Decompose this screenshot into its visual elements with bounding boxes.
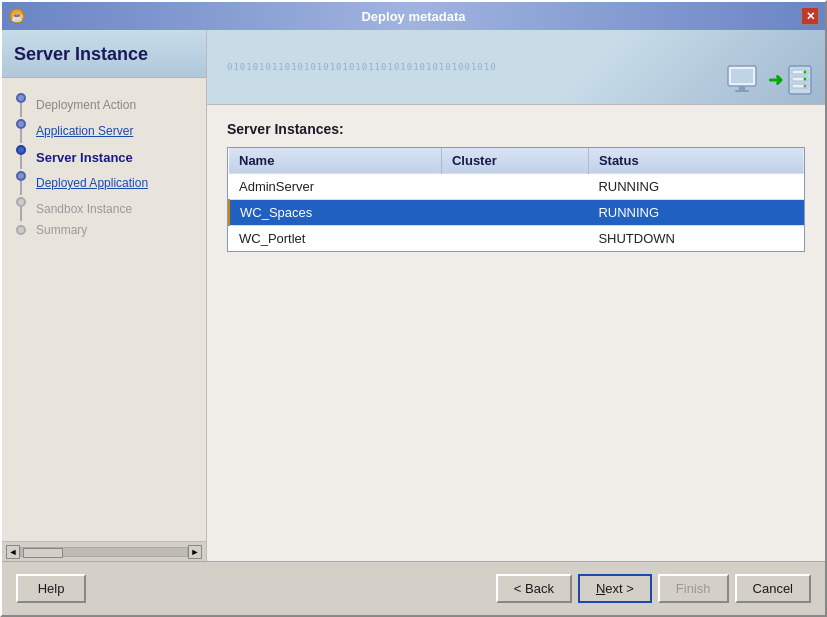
cell-status: RUNNING [588, 200, 804, 226]
table-row[interactable]: WC_Portlet SHUTDOWN [229, 226, 804, 252]
app-icon: ☕ [8, 7, 26, 25]
nav-label-sandbox-instance: Sandbox Instance [36, 202, 132, 216]
cell-status: SHUTDOWN [588, 226, 804, 252]
svg-point-12 [804, 85, 807, 88]
svg-point-11 [804, 78, 807, 81]
monitor-icon [726, 64, 764, 96]
nav-label-server-instance: Server Instance [36, 150, 133, 165]
cancel-button[interactable]: Cancel [735, 574, 811, 603]
svg-rect-5 [735, 90, 749, 92]
cell-name: WC_Portlet [229, 226, 441, 252]
header-icon-area: ➜ [726, 64, 815, 96]
finish-button: Finish [658, 574, 729, 603]
left-header: Server Instance [2, 30, 206, 78]
right-header: 0101010110101010101010110101010101010010… [207, 30, 825, 105]
nav-circle-summary [16, 225, 26, 235]
svg-text:☕: ☕ [11, 10, 24, 23]
nav-circle-application-server [16, 119, 26, 129]
scroll-left-button[interactable]: ◄ [6, 545, 20, 559]
nav-label-deployed-application[interactable]: Deployed Application [36, 176, 148, 190]
cell-cluster [441, 200, 588, 226]
left-scrollbar[interactable]: ◄ ► [2, 541, 206, 561]
nav-circle-deployment-action [16, 93, 26, 103]
nav-item-summary: Summary [2, 221, 206, 237]
nav-item-deployed-application[interactable]: Deployed Application [2, 169, 206, 195]
cell-cluster [441, 174, 588, 200]
col-header-name: Name [229, 148, 441, 174]
close-button[interactable]: ✕ [801, 7, 819, 25]
cell-name: AdminServer [229, 174, 441, 200]
scrollbar-thumb[interactable] [23, 548, 63, 558]
table-row[interactable]: WC_Spaces RUNNING [229, 200, 804, 226]
table-row[interactable]: AdminServer RUNNING [229, 174, 804, 200]
server-icon [787, 64, 815, 96]
nav-item-server-instance: Server Instance [2, 143, 206, 169]
server-instances-table: Name Cluster Status AdminServer RUNNING [228, 148, 804, 251]
nav-item-sandbox-instance: Sandbox Instance [2, 195, 206, 221]
scrollbar-track[interactable] [20, 547, 188, 557]
scroll-right-button[interactable]: ► [188, 545, 202, 559]
window-title: Deploy metadata [26, 9, 801, 24]
nav-label-deployment-action: Deployment Action [36, 98, 136, 112]
footer: Help < Back Next > Finish Cancel [2, 561, 825, 615]
help-button[interactable]: Help [16, 574, 86, 603]
nav-label-summary: Summary [36, 223, 87, 237]
binary-decoration: 0101010110101010101010110101010101010010… [227, 62, 497, 72]
cell-name: WC_Spaces [229, 200, 441, 226]
right-panel: 0101010110101010101010110101010101010010… [207, 30, 825, 561]
deploy-arrow-icon: ➜ [768, 69, 783, 91]
table-container: Name Cluster Status AdminServer RUNNING [227, 147, 805, 252]
svg-rect-3 [731, 69, 753, 83]
next-label: Next > [596, 581, 634, 596]
footer-right: < Back Next > Finish Cancel [496, 574, 811, 603]
table-body: AdminServer RUNNING WC_Spaces RUNNING WC… [229, 174, 804, 252]
nav-item-deployment-action: Deployment Action [2, 88, 206, 117]
table-header-row: Name Cluster Status [229, 148, 804, 174]
section-title: Server Instances: [227, 121, 805, 137]
nav-item-application-server[interactable]: Application Server [2, 117, 206, 143]
main-window: ☕ Deploy metadata ✕ Server Instance Depl… [0, 0, 827, 617]
title-bar: ☕ Deploy metadata ✕ [2, 2, 825, 30]
nav-circle-server-instance [16, 145, 26, 155]
right-content: Server Instances: Name Cluster Status [207, 105, 825, 561]
col-header-cluster: Cluster [441, 148, 588, 174]
cell-status: RUNNING [588, 174, 804, 200]
nav-items: Deployment Action Application Server [2, 78, 206, 541]
content-area: Server Instance Deployment Action [2, 30, 825, 561]
back-button[interactable]: < Back [496, 574, 572, 603]
nav-circle-deployed-application [16, 171, 26, 181]
svg-point-10 [804, 71, 807, 74]
footer-left: Help [16, 574, 86, 603]
left-panel: Server Instance Deployment Action [2, 30, 207, 561]
next-button[interactable]: Next > [578, 574, 652, 603]
left-header-title: Server Instance [14, 44, 194, 65]
cell-cluster [441, 226, 588, 252]
nav-label-application-server[interactable]: Application Server [36, 124, 133, 138]
col-header-status: Status [588, 148, 804, 174]
svg-rect-4 [739, 86, 745, 90]
nav-circle-sandbox-instance [16, 197, 26, 207]
table-header: Name Cluster Status [229, 148, 804, 174]
